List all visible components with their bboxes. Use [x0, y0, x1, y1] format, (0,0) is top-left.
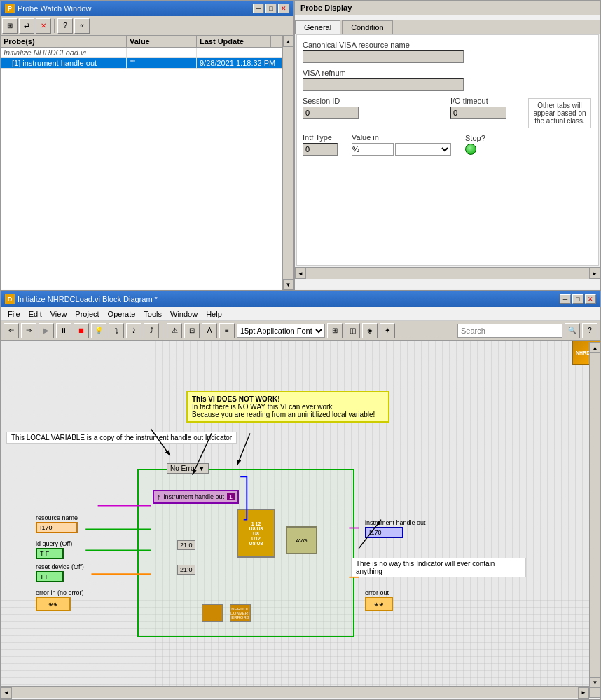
bd-maximize-button[interactable]: □: [572, 294, 583, 304]
bd-minimize-button[interactable]: ─: [560, 294, 571, 304]
local-var-num: 1: [227, 493, 235, 500]
scroll-left-button[interactable]: ◄: [295, 268, 306, 279]
row-value-0: [127, 48, 197, 57]
bd-align-button[interactable]: ≡: [219, 323, 235, 338]
h-scroll-right[interactable]: ►: [578, 687, 589, 699]
local-var-label: instrument handle out: [164, 493, 225, 500]
bd-order-button[interactable]: ◫: [345, 323, 360, 338]
bd-back-button[interactable]: ⇐: [4, 323, 19, 338]
annotation-line-3: Because you are reading from an uninitil…: [192, 411, 384, 418]
main-vi-block: 1 12 U8 U8 U8 U12 U8 U8: [237, 509, 275, 558]
menu-edit[interactable]: Edit: [25, 308, 46, 320]
io-timeout-input[interactable]: [450, 107, 506, 119]
intf-section: Intf Type Value in Stop?: [303, 133, 593, 156]
session-id-input[interactable]: [303, 107, 359, 119]
bd-size-button[interactable]: ⊞: [327, 323, 343, 338]
diagram-scroll-down[interactable]: ▼: [590, 677, 601, 688]
bd-step-out-button[interactable]: ⤴: [144, 323, 159, 338]
scroll-right-button[interactable]: ►: [589, 268, 600, 279]
probe-watch-toolbar: ⊞ ⇄ ✕ ? «: [1, 16, 293, 36]
instrument-handle-local-var: ↑ instrument handle out 1: [153, 490, 239, 504]
value-in-dropdown[interactable]: [395, 143, 451, 156]
header-last-update: Last Update: [197, 36, 271, 47]
menu-operate[interactable]: Operate: [104, 308, 140, 320]
format-block: AVG: [286, 526, 317, 554]
bd-pause-button[interactable]: ⏸: [56, 323, 71, 338]
diagram-v-scrollbar[interactable]: ▲ ▼: [589, 342, 600, 688]
h-scroll-bar[interactable]: ◄ ►: [1, 687, 589, 698]
help-button[interactable]: ?: [57, 18, 73, 34]
error-in-label: error in (no error): [36, 589, 84, 596]
vertical-scrollbar[interactable]: ▲ ▼: [282, 36, 293, 290]
scroll-down-button[interactable]: ▼: [283, 279, 293, 290]
canonical-visa-input[interactable]: [303, 50, 464, 63]
error-out-icon: ⊕⊕: [374, 601, 384, 608]
bd-abort-button[interactable]: ⏹: [74, 323, 89, 338]
menu-file[interactable]: File: [4, 308, 25, 320]
reset-device-label: reset device (Off): [36, 563, 84, 570]
bd-forward-button[interactable]: ⇒: [21, 323, 36, 338]
bd-step-over-button[interactable]: ⤸: [126, 323, 141, 338]
tab-general[interactable]: General: [295, 20, 340, 34]
menu-project[interactable]: Project: [71, 308, 103, 320]
diagram-scroll-up[interactable]: ▲: [590, 342, 601, 353]
local-var-icon: ↑: [157, 493, 161, 501]
table-row[interactable]: Initialize NHRDCLoad.vi: [1, 48, 282, 58]
bd-title-left: D Initialize NHRDCLoad.vi Block Diagram …: [5, 294, 158, 304]
diagram-canvas[interactable]: NHRDOL This VI DOES NOT WORK! In fact th…: [1, 341, 600, 686]
instrument-handle-out-indicator: I170: [365, 527, 403, 538]
block-diagram-title-bar: D Initialize NHRDCLoad.vi Block Diagram …: [1, 291, 600, 307]
delete-button[interactable]: ✕: [36, 18, 51, 34]
table-body[interactable]: Initialize NHRDCLoad.vi [1] instrument h…: [1, 48, 282, 290]
bd-close-button[interactable]: ✕: [585, 294, 596, 304]
menu-help[interactable]: Help: [202, 308, 226, 320]
scroll-up-button[interactable]: ▲: [283, 36, 293, 47]
block-diagram-window: D Initialize NHRDCLoad.vi Block Diagram …: [0, 291, 601, 700]
probe-display-panel: Probe Display General Condition Other ta…: [294, 0, 601, 291]
bd-run-button[interactable]: ▶: [39, 323, 54, 338]
collapse-button[interactable]: «: [74, 18, 90, 34]
instrument-handle-out-group: instrument handle out I170: [365, 519, 426, 538]
search-input[interactable]: [457, 324, 562, 338]
bd-highlight-button[interactable]: 💡: [91, 323, 106, 338]
bd-step-into-button[interactable]: ⤵: [109, 323, 124, 338]
intf-type-input[interactable]: [303, 143, 338, 156]
minimize-button[interactable]: ─: [253, 4, 264, 13]
error-out-cluster: ⊕⊕: [365, 597, 393, 611]
bd-warn-button[interactable]: ⚠: [167, 323, 182, 338]
vi-block-text: 1 12 U8 U8 U8 U12 U8 U8: [249, 521, 263, 546]
h-scroll-left[interactable]: ◄: [1, 687, 12, 699]
resource-name-label: resource name: [36, 514, 78, 521]
tab-condition[interactable]: Condition: [342, 20, 392, 34]
menu-tools[interactable]: Tools: [139, 308, 166, 320]
no-error-selector[interactable]: No Error ▼: [167, 463, 209, 474]
bd-separator-1: [163, 324, 163, 338]
main-annotation-box: This VI DOES NOT WORK! In fact there is …: [186, 391, 389, 423]
row-update-0: [197, 48, 282, 57]
grid-button[interactable]: ⊞: [2, 18, 18, 34]
help-button-bd[interactable]: ?: [582, 323, 597, 338]
bd-cleanup-button[interactable]: ✦: [380, 323, 395, 338]
search-button[interactable]: 🔍: [565, 323, 580, 338]
tab-panel: Other tabs will appear based on the actu…: [295, 34, 600, 267]
indicator-note-text: Thre is no way this Indicator will ever …: [356, 560, 495, 575]
visa-refnum-input[interactable]: [303, 78, 464, 91]
probe-display-title: Probe Display: [295, 1, 600, 15]
menu-bar: File Edit View Project Operate Tools Win…: [1, 307, 600, 321]
table-row[interactable]: [1] instrument handle out "" 9/28/2021 1…: [1, 58, 282, 69]
bd-connector-button[interactable]: ⊡: [184, 323, 200, 338]
value-in-input[interactable]: [352, 143, 394, 156]
other-tabs-note: Other tabs will appear based on the actu…: [528, 98, 591, 128]
font-select[interactable]: 15pt Application Font: [237, 324, 325, 338]
close-button[interactable]: ✕: [278, 4, 289, 13]
swap-button[interactable]: ⇄: [19, 18, 34, 34]
bd-font-button[interactable]: A: [202, 323, 217, 338]
h-scroll-track[interactable]: [306, 268, 589, 279]
menu-view[interactable]: View: [46, 308, 71, 320]
maximize-button[interactable]: □: [265, 4, 277, 13]
indicator-note: Thre is no way this Indicator will ever …: [351, 558, 526, 577]
scroll-track[interactable]: [283, 47, 293, 279]
reset-device-control: T F: [36, 571, 64, 582]
bd-misc-button[interactable]: ◈: [362, 323, 378, 338]
menu-window[interactable]: Window: [166, 308, 202, 320]
